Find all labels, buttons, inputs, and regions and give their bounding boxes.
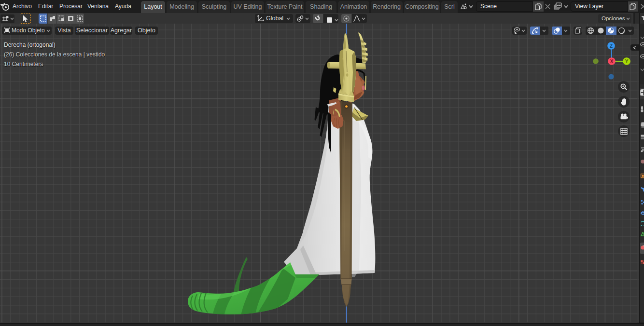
svg-text:Z: Z [610,43,613,49]
svg-text:Y: Y [625,59,629,64]
svg-text:X: X [610,59,614,64]
